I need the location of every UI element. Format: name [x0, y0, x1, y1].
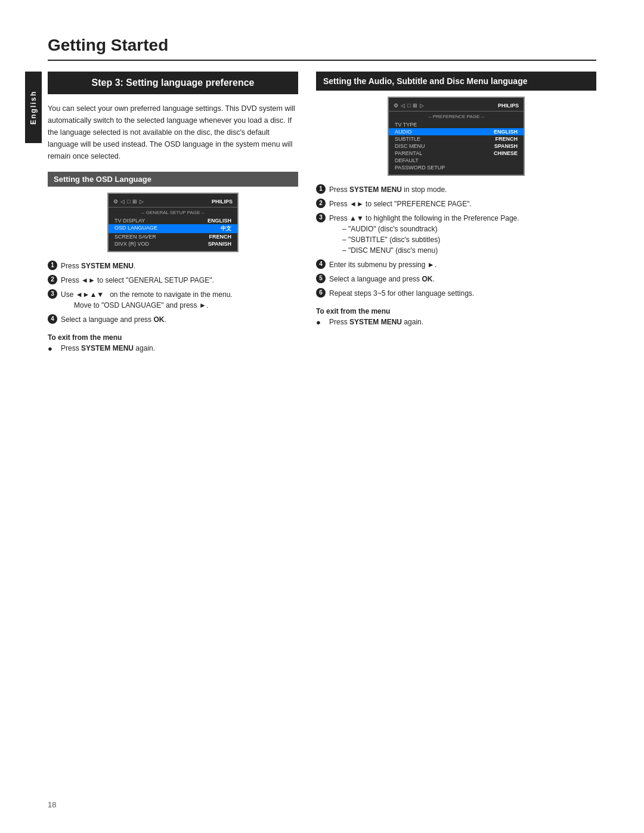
- pref-screen: ⚙ ◁ □ ⊞ ▷ PHILIPS -- PREFERENCE PAGE -- …: [388, 97, 525, 176]
- step-badge-1: 1: [48, 261, 57, 270]
- audio-exit-item: ● Press SYSTEM MENU again.: [316, 318, 596, 327]
- square-icon: □: [127, 199, 130, 205]
- gear-icon: ⚙: [113, 199, 118, 205]
- pref-grid-icon: ⊞: [413, 103, 417, 109]
- audio-exit-section: To exit from the menu ● Press SYSTEM MEN…: [316, 307, 596, 327]
- divx-label: DIVX (R) VOD: [114, 241, 149, 247]
- osd-steps-list: 1 Press SYSTEM MENU. 2 Press ◄► to selec…: [48, 261, 298, 325]
- screen-brand: PHILIPS: [212, 199, 233, 205]
- audio-step3-sub3: – "DISC MENU" (disc's menu): [342, 246, 438, 255]
- osd-step-2: 2 Press ◄► to select "GENERAL SETUP PAGE…: [48, 275, 298, 286]
- tv-display-label: TV DISPLAY: [114, 218, 145, 224]
- back-icon: ◁: [120, 199, 125, 205]
- osd-step3-text: Use ◄►▲▼ on the remote to navigate in th…: [61, 289, 298, 311]
- osd-screen: ⚙ ◁ □ ⊞ ▷ PHILIPS -- GENERAL SETUP PAGE …: [107, 193, 239, 252]
- parental-label: PARENTAL: [395, 150, 422, 156]
- audio-step-badge-4: 4: [316, 259, 326, 269]
- pref-screen-header: ⚙ ◁ □ ⊞ ▷ PHILIPS: [389, 101, 524, 112]
- audio-step4-text: Enter its submenu by pressing ►.: [329, 259, 596, 270]
- audio-step-badge-6: 6: [316, 288, 326, 298]
- osd-section-header: Setting the OSD Language: [48, 172, 298, 187]
- content-row: English Step 3: Setting language prefere…: [48, 72, 596, 353]
- osd-exit-text: Press SYSTEM MENU again.: [61, 344, 155, 352]
- pref-gear-icon: ⚙: [394, 103, 398, 109]
- pref-row-spanish: DISC MENU SPANISH: [389, 143, 524, 150]
- osd-page-label: -- GENERAL SETUP PAGE --: [109, 210, 237, 215]
- password-setup-label: PASSWORD SETUP: [395, 165, 445, 171]
- osd-exit-item: ● Press SYSTEM MENU again.: [48, 344, 298, 353]
- osd-lang-label: OSD LANGUAGE: [114, 225, 157, 233]
- pref-row-french: SUBTITLE FRENCH: [389, 135, 524, 143]
- pref-row-password: PASSWORD SETUP: [389, 164, 524, 171]
- audio-step-4: 4 Enter its submenu by pressing ►.: [316, 259, 596, 270]
- pref-screen-icons: ⚙ ◁ □ ⊞ ▷: [394, 103, 424, 109]
- audio-step-badge-1: 1: [316, 184, 326, 194]
- step3-header: Step 3: Setting language preference: [48, 72, 298, 94]
- audio-step-2: 2 Press ◄► to select "PREFERENCE PAGE".: [316, 199, 596, 209]
- audio-step6-text: Repeat steps 3~5 for other language sett…: [329, 288, 596, 299]
- osd-step2-text: Press ◄► to select "GENERAL SETUP PAGE".: [61, 275, 298, 286]
- osd-screen-header: ⚙ ◁ □ ⊞ ▷ PHILIPS: [109, 197, 237, 208]
- subtitle-lang-french: FRENCH: [496, 136, 518, 142]
- screensaver-label: SCREEN SAVER: [114, 234, 156, 240]
- tv-display-value: ENGLISH: [208, 218, 231, 224]
- audio-step-badge-3: 3: [316, 213, 326, 222]
- default-label: DEFAULT: [395, 157, 419, 163]
- forward-icon: ▷: [140, 199, 144, 205]
- screen-row-tv: TV DISPLAY ENGLISH: [109, 217, 237, 224]
- osd-step3-sub: Move to "OSD LANGUAGE" and press ►.: [74, 301, 208, 309]
- step-badge-2: 2: [48, 275, 57, 284]
- audio-exit-header: To exit from the menu: [316, 307, 596, 315]
- audio-step-1: 1 Press SYSTEM MENU in stop mode.: [316, 184, 596, 195]
- divx-value: SPANISH: [208, 241, 231, 247]
- subtitle-label: SUBTITLE: [395, 136, 420, 142]
- audio-step3-text: Press ▲▼ to highlight the following in t…: [329, 213, 596, 256]
- audio-step3-sub2: – "SUBTITLE" (disc's subtitles): [342, 236, 440, 244]
- audio-step2-text: Press ◄► to select "PREFERENCE PAGE".: [329, 199, 596, 209]
- osd-step-3: 3 Use ◄►▲▼ on the remote to navigate in …: [48, 289, 298, 311]
- screen-row-screensaver: SCREEN SAVER FRENCH: [109, 233, 237, 240]
- page-title: Getting Started: [48, 36, 596, 61]
- page-number: 18: [48, 800, 56, 809]
- step3-title: Step 3: Setting language preference: [57, 78, 289, 88]
- osd-step-1: 1 Press SYSTEM MENU.: [48, 261, 298, 271]
- step-badge-3: 3: [48, 289, 57, 299]
- audio-step5-text: Select a language and press OK.: [329, 274, 596, 284]
- audio-exit-text: Press SYSTEM MENU again.: [329, 318, 423, 326]
- audio-steps-list: 1 Press SYSTEM MENU in stop mode. 2 Pres…: [316, 184, 596, 299]
- audio-section-header: Setting the Audio, Subtitle and Disc Men…: [316, 72, 596, 91]
- audio-step-badge-5: 5: [316, 274, 326, 283]
- pref-row-audio: AUDIO ENGLISH: [389, 128, 524, 135]
- osd-step1-text: Press SYSTEM MENU.: [61, 261, 298, 271]
- right-column: Setting the Audio, Subtitle and Disc Men…: [316, 72, 596, 353]
- osd-step-4: 4 Select a language and press OK.: [48, 314, 298, 325]
- pref-row-parental: PARENTAL CHINESE: [389, 150, 524, 157]
- page: Getting Started English Step 3: Setting …: [0, 0, 644, 833]
- audio-step-badge-2: 2: [316, 199, 326, 208]
- pref-row-default: DEFAULT: [389, 157, 524, 164]
- audio-exit-bullet: ●: [316, 318, 326, 327]
- screen-row-divx: DIVX (R) VOD SPANISH: [109, 240, 237, 247]
- pref-back-icon: ◁: [401, 103, 405, 109]
- osd-lang-value: 中文: [221, 225, 231, 233]
- screen-row-osd: OSD LANGUAGE 中文: [109, 224, 237, 233]
- parental-lang-chinese: CHINESE: [494, 150, 518, 156]
- tvtype-label: TV TYPE: [395, 122, 417, 128]
- audio-step-5: 5 Select a language and press OK.: [316, 274, 596, 284]
- osd-exit-header: To exit from the menu: [48, 333, 298, 342]
- audio-step-6: 6 Repeat steps 3~5 for other language se…: [316, 288, 596, 299]
- osd-step4-text: Select a language and press OK.: [61, 314, 298, 325]
- audio-step-3: 3 Press ▲▼ to highlight the following in…: [316, 213, 596, 256]
- pref-row-tvtype: TV TYPE: [389, 121, 524, 128]
- exit-bullet: ●: [48, 344, 57, 353]
- screensaver-value: FRENCH: [209, 234, 232, 240]
- step3-body: You can select your own preferred langua…: [48, 103, 298, 162]
- audio-step3-sub1: – "AUDIO" (disc's soundtrack): [342, 225, 438, 233]
- grid-icon: ⊞: [132, 199, 137, 205]
- disc-menu-label: DISC MENU: [395, 143, 425, 149]
- osd-exit-section: To exit from the menu ● Press SYSTEM MEN…: [48, 333, 298, 353]
- audio-label: AUDIO: [395, 129, 412, 135]
- pref-page-label: -- PREFERENCE PAGE --: [389, 114, 524, 119]
- pref-forward-icon: ▷: [420, 103, 424, 109]
- audio-lang-english: ENGLISH: [494, 129, 518, 135]
